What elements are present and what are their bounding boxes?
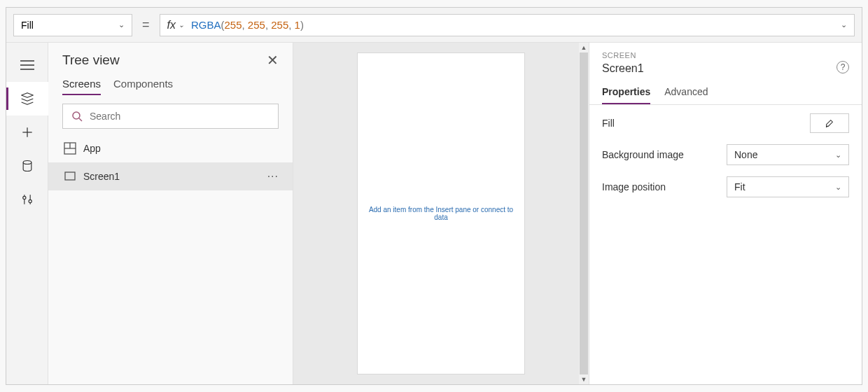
prop-label-image-position: Image position xyxy=(602,181,727,192)
svg-line-11 xyxy=(79,118,82,121)
app-root: Fill ⌄ = fx ⌄ RGBA(255, 255, 255, 1) ⌄ xyxy=(6,7,862,385)
scroll-down-icon[interactable]: ▼ xyxy=(579,374,589,384)
tree-view-panel: Tree view ✕ Screens Components App xyxy=(48,43,293,384)
chevron-down-icon: ⌄ xyxy=(178,21,184,29)
more-icon[interactable]: ··· xyxy=(267,170,279,183)
select-value: Fit xyxy=(734,181,746,192)
canvas-screen[interactable]: Add an item from the Insert pane or conn… xyxy=(357,52,525,374)
tab-components[interactable]: Components xyxy=(113,78,173,95)
tab-properties[interactable]: Properties xyxy=(602,86,650,104)
prop-label-fill: Fill xyxy=(602,118,810,129)
formula-input[interactable]: fx ⌄ RGBA(255, 255, 255, 1) ⌄ xyxy=(160,14,855,36)
properties-tabs: Properties Advanced xyxy=(589,79,862,105)
color-picker-icon xyxy=(825,118,834,128)
formula-arg-0: 255 xyxy=(224,19,241,31)
search-icon xyxy=(71,111,83,122)
vertical-scrollbar[interactable]: ▲ ▼ xyxy=(579,43,589,384)
properties-body: Fill Background image None ⌄ Image posit… xyxy=(589,105,862,206)
tree-item-app[interactable]: App xyxy=(48,134,293,162)
properties-type-label: SCREEN xyxy=(602,51,849,59)
chevron-down-icon: ⌄ xyxy=(118,20,125,29)
search-input[interactable] xyxy=(90,111,270,122)
tab-advanced[interactable]: Advanced xyxy=(664,86,708,104)
scroll-up-icon[interactable]: ▲ xyxy=(579,43,589,52)
svg-point-10 xyxy=(73,112,80,119)
svg-point-5 xyxy=(23,161,31,164)
tree-view-tabs: Screens Components xyxy=(48,72,293,95)
formula-arg-3: 1 xyxy=(295,19,300,31)
body-row: Tree view ✕ Screens Components App xyxy=(6,43,862,384)
canvas-area: Add an item from the Insert pane or conn… xyxy=(293,43,589,384)
tree-item-screen1[interactable]: Screen1 ··· xyxy=(48,162,293,190)
screen-icon xyxy=(64,170,76,183)
tree-list: App Screen1 ··· xyxy=(48,134,293,384)
settings-rail-icon[interactable] xyxy=(6,183,48,216)
fill-color-swatch[interactable] xyxy=(810,113,849,133)
formula-text: RGBA(255, 255, 255, 1) xyxy=(191,19,834,31)
properties-panel: SCREEN Screen1 ? Properties Advanced Fil… xyxy=(589,43,862,384)
formula-arg-2: 255 xyxy=(271,19,288,31)
scrollbar-thumb[interactable] xyxy=(580,52,588,374)
image-position-select[interactable]: Fit ⌄ xyxy=(727,176,849,197)
formula-function-name: RGBA xyxy=(191,19,221,31)
tree-view-rail-icon[interactable] xyxy=(6,82,48,115)
prop-row-background-image: Background image None ⌄ xyxy=(602,144,849,165)
tree-search-container xyxy=(62,104,279,129)
tab-screens[interactable]: Screens xyxy=(62,78,101,95)
select-value: None xyxy=(734,149,757,160)
data-rail-icon[interactable] xyxy=(6,149,48,183)
tree-item-label: Screen1 xyxy=(83,171,120,182)
equals-sign: = xyxy=(139,18,153,32)
close-icon[interactable]: ✕ xyxy=(267,53,279,67)
tree-item-label: App xyxy=(83,143,101,154)
prop-row-image-position: Image position Fit ⌄ xyxy=(602,176,849,197)
property-dropdown[interactable]: Fill ⌄ xyxy=(13,14,132,36)
property-dropdown-label: Fill xyxy=(21,20,34,31)
search-box[interactable] xyxy=(62,104,279,129)
chevron-down-icon: ⌄ xyxy=(835,183,841,192)
left-rail xyxy=(6,43,48,384)
insert-rail-icon[interactable] xyxy=(6,115,48,149)
tree-view-title: Tree view xyxy=(62,52,120,68)
chevron-down-icon: ⌄ xyxy=(835,150,841,160)
properties-header: SCREEN Screen1 ? xyxy=(589,43,862,79)
app-icon xyxy=(64,142,76,155)
fx-label: fx xyxy=(167,19,176,31)
properties-name: Screen1 xyxy=(602,62,644,75)
formula-expand-icon[interactable]: ⌄ xyxy=(841,20,847,29)
prop-label-background-image: Background image xyxy=(602,149,727,160)
formula-arg-1: 255 xyxy=(248,19,265,31)
canvas-hint: Add an item from the Insert pane or conn… xyxy=(358,206,524,221)
background-image-select[interactable]: None ⌄ xyxy=(727,144,849,165)
svg-point-7 xyxy=(22,196,25,199)
help-icon[interactable]: ? xyxy=(836,61,849,74)
svg-point-9 xyxy=(29,200,31,202)
formula-bar: Fill ⌄ = fx ⌄ RGBA(255, 255, 255, 1) ⌄ xyxy=(6,8,862,43)
fx-button[interactable]: fx ⌄ xyxy=(167,19,184,31)
hamburger-icon[interactable] xyxy=(6,48,48,82)
tree-view-header: Tree view ✕ xyxy=(48,43,293,72)
prop-row-fill: Fill xyxy=(602,113,849,133)
svg-rect-15 xyxy=(65,172,75,180)
